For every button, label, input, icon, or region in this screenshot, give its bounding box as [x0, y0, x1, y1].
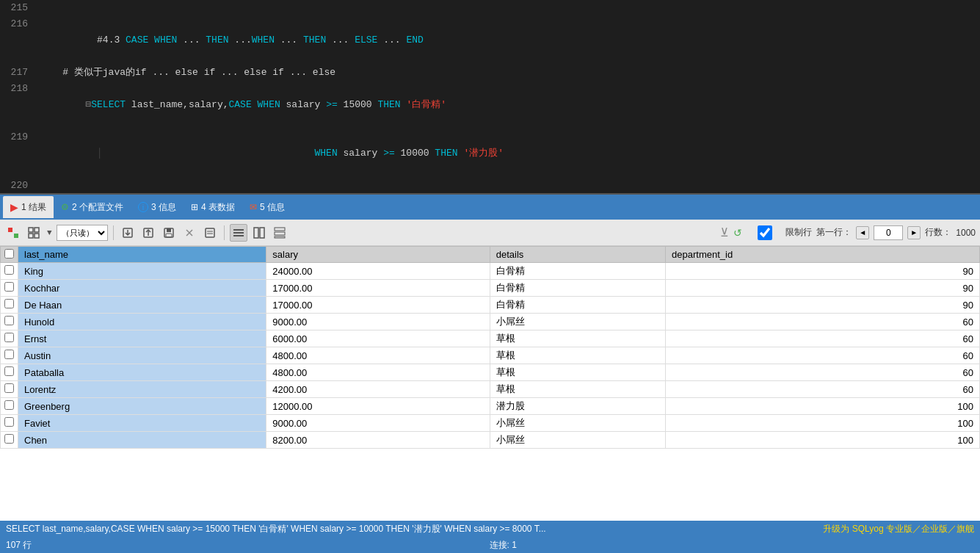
cell-details: 草根: [490, 347, 665, 364]
table-row[interactable]: Greenberg12000.00潜力股100: [1, 398, 980, 415]
code-line-218: 218 ⊟SELECT last_name,salary,CASE WHEN s…: [0, 81, 980, 129]
row-checkbox[interactable]: [4, 282, 14, 292]
first-row-label: 第一行：: [816, 226, 852, 239]
cell-salary: 9000.00: [266, 415, 490, 432]
line-content-220[interactable]: │ WHEN salary >= 8000 THEN '小屌丝': [40, 178, 977, 195]
table-row[interactable]: Chen8200.00小屌丝100: [1, 432, 980, 449]
row-checkbox[interactable]: [4, 400, 14, 410]
toolbar-save-btn[interactable]: [160, 224, 178, 242]
mode-select[interactable]: （只读） 编辑: [57, 225, 108, 241]
result-icon: ▶: [10, 201, 18, 213]
svg-rect-1: [14, 234, 18, 238]
line-num-219: 219: [3, 129, 40, 145]
code-line-220: 220 │ WHEN salary >= 8000 THEN '小屌丝': [0, 178, 980, 195]
limit-row-check[interactable]: [747, 225, 783, 240]
toolbar-view3-btn[interactable]: [271, 224, 288, 242]
table-row[interactable]: Austin4800.00草根60: [1, 347, 980, 364]
tabs-bar: ▶ 1 结果 ⚙ 2 个配置文件 i 3 信息 ⊞ 4 表数据 ✉ 5 信息: [0, 195, 980, 220]
table-row[interactable]: Ernst6000.00草根60: [1, 330, 980, 347]
header-lastname[interactable]: last_name: [18, 247, 266, 263]
row-checkbox[interactable]: [4, 350, 14, 359]
code-line-217: 217 # 类似于java的if ... else if ... else if…: [0, 65, 980, 81]
cell-details: 草根: [490, 381, 665, 398]
limit-label: 限制行: [785, 226, 812, 239]
toolbar-edit-btn[interactable]: [201, 224, 219, 242]
cell-details: 草根: [490, 330, 665, 347]
next-page-btn[interactable]: ►: [907, 226, 921, 239]
tab-config[interactable]: ⚙ 2 个配置文件: [54, 196, 131, 218]
tab-msg[interactable]: ✉ 5 信息: [242, 196, 292, 218]
table-row[interactable]: Lorentz4200.00草根60: [1, 381, 980, 398]
cell-dept: 90: [666, 297, 980, 314]
first-row-input[interactable]: [874, 225, 903, 240]
info-icon: i: [138, 202, 148, 212]
config-icon: ⚙: [61, 202, 69, 212]
cell-details: 白骨精: [490, 297, 665, 314]
row-checkbox[interactable]: [4, 434, 14, 444]
table-row[interactable]: Kochhar17000.00白骨精90: [1, 280, 980, 297]
line-content-218[interactable]: ⊟SELECT last_name,salary,CASE WHEN salar…: [40, 81, 977, 129]
cell-salary: 4800.00: [266, 347, 490, 364]
cell-dept: 100: [666, 398, 980, 415]
tab-result[interactable]: ▶ 1 结果: [3, 196, 54, 218]
row-count-footer: 107 行: [6, 539, 32, 552]
status-query: SELECT last_name,salary,CASE WHEN salary…: [6, 523, 817, 535]
row-checkbox[interactable]: [4, 333, 14, 342]
results-table: last_name salary details department_id K…: [0, 246, 980, 449]
results-panel: ▶ 1 结果 ⚙ 2 个配置文件 i 3 信息 ⊞ 4 表数据 ✉ 5 信息 ▼: [0, 195, 980, 553]
cell-dept: 100: [666, 432, 980, 449]
refresh-icon[interactable]: ↺: [733, 227, 742, 239]
cell-dept: 60: [666, 347, 980, 364]
prev-page-btn[interactable]: ◄: [856, 226, 869, 239]
cell-salary: 6000.00: [266, 330, 490, 347]
table-row[interactable]: De Haan17000.00白骨精90: [1, 297, 980, 314]
row-checkbox[interactable]: [4, 417, 14, 427]
toolbar-import-btn[interactable]: [119, 224, 137, 242]
toolbar-view1-btn[interactable]: [230, 224, 247, 242]
cell-details: 白骨精: [490, 280, 665, 297]
select-all-checkbox[interactable]: [4, 249, 14, 259]
row-checkbox[interactable]: [4, 316, 14, 325]
upgrade-link[interactable]: 升级为 SQLyog 专业版／企业版／旗舰: [823, 523, 974, 535]
code-line-215: 215: [0, 0, 980, 16]
table-row[interactable]: King24000.00白骨精90: [1, 263, 980, 280]
table-row[interactable]: Pataballa4800.00草根60: [1, 364, 980, 381]
table-row[interactable]: Faviet9000.00小屌丝100: [1, 415, 980, 432]
toolbar-view2-btn[interactable]: [250, 224, 268, 242]
svg-rect-22: [260, 228, 264, 238]
header-dept[interactable]: department_id: [666, 247, 980, 263]
row-checkbox[interactable]: [4, 265, 14, 275]
line-content-216[interactable]: #4.3 CASE WHEN ... THEN ...WHEN ... THEN…: [40, 16, 977, 65]
row-checkbox[interactable]: [4, 383, 14, 393]
table-row[interactable]: Hunold9000.00小屌丝60: [1, 314, 980, 330]
tab-info[interactable]: i 3 信息: [131, 196, 184, 218]
row-checkbox[interactable]: [4, 299, 14, 308]
toolbar-refresh-btn[interactable]: [4, 224, 22, 242]
toolbar-delete-btn[interactable]: [181, 224, 198, 242]
cell-salary: 17000.00: [266, 297, 490, 314]
header-salary[interactable]: salary: [266, 247, 490, 263]
svg-rect-21: [254, 228, 258, 238]
svg-rect-3: [35, 228, 39, 232]
line-content-217[interactable]: # 类似于java的if ... else if ... else if ...…: [40, 65, 977, 81]
cell-details: 小屌丝: [490, 432, 665, 449]
line-num-215: 215: [3, 0, 40, 16]
tab-result-label: 1 结果: [21, 201, 46, 214]
limit-row-label[interactable]: 限制行: [747, 225, 812, 240]
tab-tabledata[interactable]: ⊞ 4 表数据: [184, 196, 242, 218]
filter-icon[interactable]: ⊻: [720, 225, 729, 239]
cell-lastname: King: [18, 263, 266, 280]
tab-msg-label: 5 信息: [260, 201, 285, 214]
toolbar-grid-btn[interactable]: [25, 224, 43, 242]
status-bar: SELECT last_name,salary,CASE WHEN salary…: [0, 521, 980, 537]
svg-rect-25: [275, 236, 285, 238]
table-container[interactable]: last_name salary details department_id K…: [0, 246, 980, 521]
header-details[interactable]: details: [490, 247, 665, 263]
toolbar-export-btn[interactable]: [139, 224, 157, 242]
svg-rect-24: [275, 232, 285, 235]
header-checkbox[interactable]: [1, 247, 18, 263]
cell-details: 小屌丝: [490, 314, 665, 330]
line-content-219[interactable]: │ WHEN salary >= 10000 THEN '潜力股': [40, 129, 977, 178]
row-checkbox[interactable]: [4, 366, 14, 376]
tab-tabledata-label: 4 表数据: [201, 201, 235, 214]
